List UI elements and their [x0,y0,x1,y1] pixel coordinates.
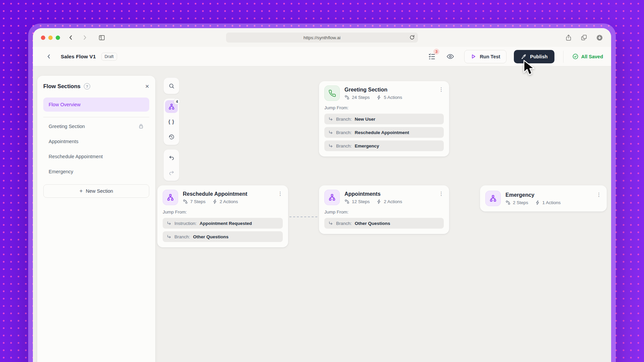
jump-row[interactable]: Branch: Other Questions [324,218,444,229]
steps-meta: 24 Steps [344,95,370,100]
browser-chrome: https://synthflow.ai [33,28,611,47]
kebab-menu-icon[interactable]: ⋮ [596,192,601,197]
lightning-icon [376,95,381,100]
reload-icon[interactable] [409,35,415,40]
sidebar-item-appointments[interactable]: Appointments [43,134,149,149]
steps-icon [183,199,188,204]
sidebar-item-reschedule-appointment[interactable]: Reschedule Appointment [43,149,149,164]
actions-count: 2 Actions [384,199,402,204]
lightning-icon [212,199,217,204]
minimize-window-button[interactable] [48,36,53,40]
card-type-icon [163,190,178,205]
steps-meta: 7 Steps [183,199,206,204]
jump-row[interactable]: Branch: Other Questions [163,231,283,242]
panel-divider [43,117,149,117]
sidebar-item-greeting-section[interactable]: Greeting Section [43,119,149,134]
history-icon[interactable] [165,130,178,143]
flow-view-button[interactable]: 4 [165,100,178,113]
jump-type: Branch: [336,221,352,226]
flow-overview-label: Flow Overview [49,102,80,107]
close-window-button[interactable] [41,36,45,40]
publish-label: Publish [530,54,547,59]
browser-window: https://synthflow.ai [33,28,611,362]
variables-icon[interactable]: { } [165,115,178,128]
jump-type: Branch: [336,117,352,122]
actions-count: 2 Actions [220,199,238,204]
run-test-label: Run Test [480,54,500,59]
card-header: Appointments 12 Steps 2 Actions [319,185,449,208]
jump-from-label: Jump From: [324,209,444,215]
card-title: Reschedule Appointment [183,191,247,197]
jump-value: Reschedule Appointment [355,130,409,135]
plus-icon: + [79,188,83,194]
steps-count: 7 Steps [190,199,206,204]
branch-arrow-icon [328,143,333,148]
card-type-icon [324,85,340,101]
header-divider [563,51,564,63]
close-icon[interactable]: ✕ [145,83,149,89]
jump-value: Other Questions [355,221,390,226]
sidebar-section-list: Greeting Section Appointments Reschedule… [43,119,149,179]
jump-type: Branch: [336,143,352,148]
kebab-menu-icon[interactable]: ⋮ [278,191,283,196]
kebab-menu-icon[interactable]: ⋮ [439,87,444,92]
section-label: Reschedule Appointment [49,154,103,159]
traffic-lights [41,36,60,40]
jump-row[interactable]: Branch: Emergency [324,140,444,151]
play-icon [471,54,476,59]
jump-rows: Instruction: Appointment Requested Branc… [163,218,283,242]
jump-from-label: Jump From: [324,105,444,110]
undo-icon[interactable] [165,151,178,164]
address-bar[interactable]: https://synthflow.ai [226,33,418,43]
branch-arrow-icon [328,221,333,226]
lightning-icon [376,199,381,204]
flow-card-appointments[interactable]: Appointments 12 Steps 2 Actions [319,185,449,234]
jump-from-block: Jump From: Instruction: Appointment Requ… [157,208,288,247]
flow-card-reschedule[interactable]: Reschedule Appointment 7 Steps 2 Actions [157,185,288,247]
jump-from-label: Jump From: [163,209,283,215]
search-icon[interactable] [165,79,178,92]
browser-sidebar-toggle-icon[interactable] [98,34,105,41]
flow-card-greeting[interactable]: Greeting Section 24 Steps 5 Actions [319,81,449,157]
card-header: Emergency 2 Steps 1 Actions [480,185,607,212]
kebab-menu-icon[interactable]: ⋮ [439,191,444,196]
notification-badge: 3 [433,49,439,55]
sidebar-item-flow-overview[interactable]: Flow Overview [43,98,149,112]
jump-type: Branch: [174,234,190,239]
actions-count: 5 Actions [384,95,402,100]
jump-row[interactable]: Instruction: Appointment Requested [163,218,283,229]
card-title: Greeting Section [344,87,402,93]
card-header: Reschedule Appointment 7 Steps 2 Actions [157,185,288,208]
downloads-icon[interactable] [596,34,603,41]
actions-meta: 1 Actions [535,200,561,205]
jump-value: New User [355,117,376,122]
jump-type: Instruction: [174,221,197,226]
browser-forward-icon[interactable] [82,34,88,41]
steps-meta: 2 Steps [505,200,528,205]
new-section-button[interactable]: + New Section [43,184,149,198]
browser-back-icon[interactable] [67,34,74,41]
steps-icon [505,200,511,205]
branch-arrow-icon [328,130,333,135]
redo-icon[interactable] [165,166,178,179]
status-badge: Draft [101,53,117,61]
run-test-button[interactable]: Run Test [464,50,506,63]
zoom-window-button[interactable] [56,36,60,40]
checklist-icon[interactable]: 3 [428,53,436,60]
actions-meta: 5 Actions [376,95,402,100]
help-icon[interactable]: ? [84,83,90,89]
check-circle-icon [572,53,579,60]
share-icon[interactable] [565,34,572,41]
card-title: Appointments [344,191,402,197]
sidebar-item-emergency[interactable]: Emergency [43,164,149,179]
jump-type: Branch: [336,130,352,135]
flow-canvas: Flow Sections ? ✕ Flow Overview Greeting… [33,66,611,362]
flow-card-emergency[interactable]: Emergency 2 Steps 1 Actions [480,185,607,212]
jump-row[interactable]: Branch: New User [324,114,444,124]
flow-count-badge: 4 [174,98,180,105]
jump-from-block: Jump From: Branch: New User Branch: Resc… [319,104,449,157]
tab-overview-icon[interactable] [581,34,587,41]
jump-row[interactable]: Branch: Reschedule Appointment [324,127,444,138]
preview-eye-icon[interactable] [446,53,454,60]
flow-back-icon[interactable] [46,53,52,60]
